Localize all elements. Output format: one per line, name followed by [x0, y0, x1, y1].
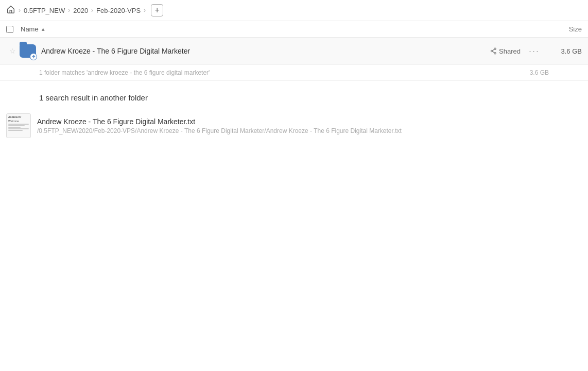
- thumb-line-4: [8, 128, 29, 129]
- thumb-line-5: [8, 130, 23, 131]
- name-column-header[interactable]: Name ▲: [21, 25, 541, 33]
- thumb-title: Andrew Kr: [8, 115, 29, 119]
- thumb-line-1: [8, 124, 29, 125]
- match-info-row: 1 folder matches 'andrew kroeze - the 6 …: [0, 65, 588, 81]
- other-results-header: 1 search result in another folder: [0, 81, 588, 108]
- match-info-text: 1 folder matches 'andrew kroeze - the 6 …: [39, 69, 210, 76]
- svg-point-2: [494, 48, 496, 50]
- home-icon[interactable]: [6, 5, 15, 16]
- breadcrumb-item-3[interactable]: Feb-2020-VPS: [96, 7, 141, 14]
- name-column-label: Name: [21, 25, 39, 33]
- breadcrumb-sep-1: ›: [19, 7, 21, 14]
- other-results-label: 1 search result in another folder: [39, 93, 148, 102]
- svg-line-5: [493, 52, 494, 53]
- shared-label: Shared: [499, 47, 521, 55]
- svg-point-1: [491, 50, 493, 52]
- breadcrumb: › 0.5FTP_NEW › 2020 › Feb-2020-VPS › +: [0, 0, 588, 21]
- folder-badge: [30, 53, 37, 60]
- file-name: Andrew Kroeze - The 6 Figure Digital Mar…: [37, 117, 582, 126]
- table-header: Name ▲ Size: [0, 21, 588, 38]
- svg-line-4: [493, 49, 494, 51]
- folder-row[interactable]: ☆ Andrew Kroeze - The 6 Figure Digital M…: [0, 38, 588, 65]
- match-info-size: 3.6 GB: [530, 69, 549, 76]
- thumb-sub: Welcome: [8, 120, 29, 123]
- thumb-line-3: [8, 127, 21, 128]
- share-icon: [490, 47, 497, 55]
- file-result-row[interactable]: Andrew Kr Welcome Andrew Kroeze - The 6 …: [0, 108, 588, 143]
- sort-arrow-icon: ▲: [41, 26, 46, 32]
- select-all-checkbox-col[interactable]: [6, 26, 21, 33]
- file-thumbnail: Andrew Kr Welcome: [6, 113, 31, 138]
- file-path: /0.5FTP_NEW/2020/Feb-2020-VPS/Andrew Kro…: [37, 127, 582, 134]
- add-tab-button[interactable]: +: [151, 4, 163, 16]
- breadcrumb-item-1[interactable]: 0.5FTP_NEW: [24, 7, 65, 14]
- star-icon: ☆: [9, 47, 16, 55]
- folder-size: 3.6 GB: [546, 47, 582, 55]
- file-info: Andrew Kroeze - The 6 Figure Digital Mar…: [37, 117, 582, 134]
- more-options-button[interactable]: ···: [529, 46, 540, 57]
- star-button[interactable]: ☆: [6, 47, 19, 55]
- breadcrumb-sep-3: ›: [91, 7, 93, 14]
- thumb-line-2: [8, 125, 25, 126]
- select-all-checkbox[interactable]: [6, 26, 13, 33]
- size-column-header[interactable]: Size: [541, 25, 582, 33]
- svg-point-3: [494, 52, 496, 54]
- folder-icon-wrap: [19, 42, 37, 60]
- breadcrumb-sep-4: ›: [144, 7, 146, 14]
- folder-name: Andrew Kroeze - The 6 Figure Digital Mar…: [41, 47, 490, 55]
- breadcrumb-item-2[interactable]: 2020: [73, 7, 88, 14]
- shared-badge: Shared: [490, 47, 521, 55]
- breadcrumb-sep-2: ›: [68, 7, 70, 14]
